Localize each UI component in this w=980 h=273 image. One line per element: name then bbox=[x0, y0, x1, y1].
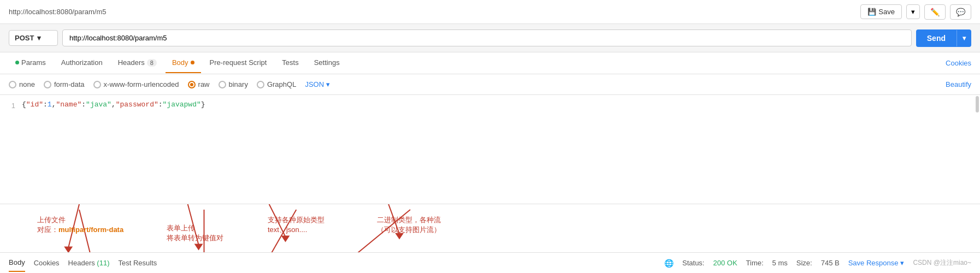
radio-raw-circle bbox=[188, 81, 196, 88]
bottom-tab-test-results[interactable]: Test Results bbox=[118, 254, 157, 271]
edit-icon-button[interactable]: ✏️ bbox=[924, 4, 946, 20]
save-response-chevron: ▾ bbox=[900, 259, 904, 267]
csdn-watermark: CSDN @注注miao~ bbox=[913, 258, 971, 268]
bottom-tab-cookies[interactable]: Cookies bbox=[34, 254, 60, 271]
ann-upload-line1: 上传文件 bbox=[37, 215, 123, 225]
ann-form-line2: 将表单转为键值对 bbox=[167, 233, 223, 243]
top-bar-actions: 💾 Save ▾ ✏️ 💬 bbox=[860, 4, 971, 20]
scrollbar-thumb[interactable] bbox=[976, 96, 979, 112]
ann-binary-line1: 二进制类型，各种流 bbox=[377, 215, 441, 225]
json-format-select[interactable]: JSON ▾ bbox=[305, 80, 330, 88]
radio-urlencoded[interactable]: x-www-form-urlencoded bbox=[93, 80, 179, 88]
page-url: http://localhost:8080/param/m5 bbox=[9, 8, 107, 16]
line-number-1: 1 bbox=[0, 100, 22, 110]
body-options-bar: none form-data x-www-form-urlencoded raw… bbox=[0, 74, 980, 95]
ann-binary-line2: （可以支持图片流） bbox=[377, 225, 441, 235]
status-label: Status: bbox=[682, 259, 704, 267]
tab-settings[interactable]: Settings bbox=[308, 53, 346, 73]
radio-raw[interactable]: raw bbox=[188, 80, 210, 88]
tab-body-label: Body bbox=[172, 58, 188, 67]
svg-marker-9 bbox=[281, 236, 290, 242]
tab-tests[interactable]: Tests bbox=[275, 53, 305, 73]
tab-tests-label: Tests bbox=[282, 58, 298, 67]
time-label: Time: bbox=[746, 259, 764, 267]
radio-raw-label: raw bbox=[198, 80, 210, 88]
method-select[interactable]: POST ▾ bbox=[9, 30, 58, 46]
radio-form-data-label: form-data bbox=[54, 80, 85, 88]
ann-upload-line2: 对应：multipart/form-data bbox=[37, 225, 123, 235]
svg-marker-7 bbox=[194, 244, 203, 251]
size-label: Size: bbox=[796, 259, 812, 267]
val-id: 1 bbox=[48, 100, 52, 109]
radio-graphql-label: GraphQL bbox=[267, 80, 296, 88]
send-button-group: Send ▾ bbox=[916, 29, 971, 47]
send-dropdown-arrow[interactable]: ▾ bbox=[957, 30, 971, 46]
save-response-label: Save Response bbox=[848, 259, 899, 267]
bottom-tab-body[interactable]: Body bbox=[9, 254, 25, 272]
cookies-link[interactable]: Cookies bbox=[946, 59, 971, 67]
radio-binary-circle bbox=[219, 81, 226, 88]
radio-form-data[interactable]: form-data bbox=[44, 80, 85, 88]
body-dot bbox=[191, 61, 194, 64]
radio-form-data-circle bbox=[44, 81, 51, 88]
annotation-upload: 上传文件 对应：multipart/form-data bbox=[37, 215, 123, 235]
tab-authorization-label: Authorization bbox=[61, 58, 103, 67]
bottom-right: 🌐 Status: 200 OK Time: 5 ms Size: 745 B … bbox=[664, 258, 971, 268]
save-response-button[interactable]: Save Response ▾ bbox=[848, 259, 905, 267]
time-value: 5 ms bbox=[772, 259, 788, 267]
ann-raw-line1: 支持各种原始类型 bbox=[268, 215, 324, 225]
radio-none[interactable]: none bbox=[9, 80, 35, 88]
tab-body[interactable]: Body bbox=[166, 53, 201, 73]
tab-authorization[interactable]: Authorization bbox=[55, 53, 109, 73]
val-name: "java" bbox=[86, 100, 111, 109]
headers-response-badge: (11) bbox=[97, 259, 109, 267]
ann-form-line1: 表单上传 bbox=[167, 223, 223, 233]
save-button[interactable]: 💾 Save bbox=[860, 4, 902, 19]
beautify-button[interactable]: Beautify bbox=[946, 80, 971, 88]
radio-graphql-circle bbox=[257, 81, 264, 88]
url-bar: POST ▾ Send ▾ bbox=[0, 24, 980, 52]
radio-none-circle bbox=[9, 81, 16, 88]
tab-headers-label: Headers bbox=[118, 58, 145, 67]
send-button[interactable]: Send bbox=[916, 29, 957, 47]
method-label: POST bbox=[15, 34, 34, 42]
json-format-label: JSON bbox=[305, 80, 324, 88]
tabs-bar: Params Authorization Headers 8 Body Pre-… bbox=[0, 52, 980, 74]
annotation-binary: 二进制类型，各种流 （可以支持图片流） bbox=[377, 215, 441, 235]
radio-binary-label: binary bbox=[229, 80, 248, 88]
tab-pre-request[interactable]: Pre-request Script bbox=[203, 53, 274, 73]
top-bar: http://localhost:8080/param/m5 💾 Save ▾ … bbox=[0, 0, 980, 24]
method-chevron-icon: ▾ bbox=[37, 34, 41, 42]
headers-badge: 8 bbox=[147, 59, 157, 67]
val-password: "javapwd" bbox=[163, 100, 201, 109]
code-line-1: 1 {"id":1,"name":"java","password":"java… bbox=[0, 98, 980, 112]
code-content-1[interactable]: {"id":1,"name":"java","password":"javapw… bbox=[22, 100, 205, 109]
tab-params-label: Params bbox=[21, 58, 46, 67]
tab-params[interactable]: Params bbox=[9, 53, 52, 73]
radio-urlencoded-label: x-www-form-urlencoded bbox=[104, 80, 179, 88]
close-brace: } bbox=[201, 100, 205, 109]
status-value: 200 OK bbox=[713, 259, 737, 267]
radio-none-label: none bbox=[19, 80, 35, 88]
save-dropdown-button[interactable]: ▾ bbox=[906, 4, 920, 19]
key-id: "id" bbox=[26, 100, 43, 109]
tab-settings-label: Settings bbox=[314, 58, 340, 67]
size-value: 745 B bbox=[821, 259, 840, 267]
tab-headers[interactable]: Headers 8 bbox=[111, 53, 163, 73]
comment-icon-button[interactable]: 💬 bbox=[950, 4, 971, 20]
annotation-raw: 支持各种原始类型 text、json.... bbox=[268, 215, 324, 235]
radio-binary[interactable]: binary bbox=[219, 80, 248, 88]
ann-raw-line2: text、json.... bbox=[268, 225, 324, 235]
annotation-form: 表单上传 将表单转为键值对 bbox=[167, 223, 223, 243]
tab-pre-request-label: Pre-request Script bbox=[210, 58, 267, 67]
bottom-tabs: Body Cookies Headers (11) Test Results bbox=[9, 254, 157, 272]
url-input[interactable] bbox=[62, 29, 912, 46]
save-label: Save bbox=[878, 8, 895, 16]
params-dot bbox=[15, 61, 19, 64]
bottom-tab-headers[interactable]: Headers (11) bbox=[68, 254, 110, 271]
json-format-chevron: ▾ bbox=[326, 80, 330, 88]
radio-graphql[interactable]: GraphQL bbox=[257, 80, 296, 88]
open-brace: { bbox=[22, 100, 26, 109]
save-icon: 💾 bbox=[867, 8, 876, 16]
key-password: "password" bbox=[116, 100, 158, 109]
